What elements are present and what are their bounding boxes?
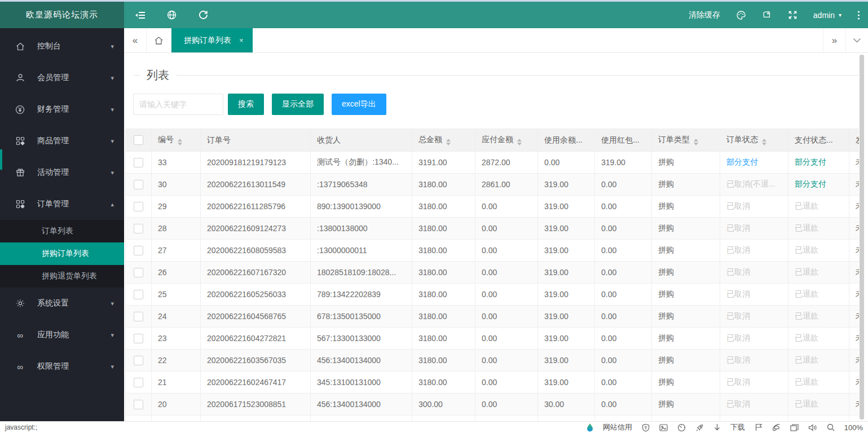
id-value: 26 — [158, 268, 167, 277]
sidebar-item-console[interactable]: 控制台▾ — [0, 30, 124, 62]
type-value: 拼购 — [658, 399, 674, 408]
window-layout-icon[interactable] — [790, 424, 799, 431]
red_packet-value: 0.00 — [601, 202, 616, 211]
row-checkbox[interactable] — [134, 378, 143, 387]
total-value: 3180.00 — [418, 268, 447, 277]
download-arrow-icon[interactable] — [713, 423, 721, 431]
column-header-payable: 应付金额 — [475, 129, 538, 152]
rocket-icon[interactable] — [695, 423, 704, 432]
tabs-menu-button[interactable] — [845, 28, 868, 52]
infinity-icon: ∞ — [15, 331, 25, 339]
sidebar-item-system[interactable]: 系统设置▾ — [0, 288, 124, 319]
sidebar-item-members[interactable]: 会员管理▾ — [0, 62, 124, 94]
refresh-button[interactable] — [187, 2, 219, 28]
yen-icon — [15, 105, 25, 114]
row-checkbox[interactable] — [134, 158, 143, 167]
receiver-value: 890:13900139000 — [317, 202, 381, 211]
speed-gauge-icon[interactable] — [677, 423, 686, 432]
row-checkbox[interactable] — [134, 356, 143, 365]
sidebar-subitem-group-refund-list[interactable]: 拼购退货单列表 — [0, 265, 124, 288]
keyword-input[interactable] — [133, 94, 223, 115]
total-value: 3180.00 — [418, 356, 447, 365]
total-value: 3180.00 — [418, 224, 447, 233]
id-value: 20 — [158, 400, 167, 409]
sidebar-item-finance[interactable]: 财务管理▾ — [0, 94, 124, 125]
sort-icon[interactable] — [694, 139, 698, 145]
speaker-icon[interactable] — [808, 424, 817, 431]
total-value: 3180.00 — [418, 180, 447, 189]
sidebar-subitem-group-order-list[interactable]: 拼购订单列表 — [0, 242, 124, 265]
row-checkbox[interactable] — [134, 224, 143, 233]
language-button[interactable] — [156, 2, 187, 28]
row-checkbox[interactable] — [134, 290, 143, 299]
sort-icon[interactable] — [178, 139, 182, 145]
ie-browser-icon[interactable] — [772, 423, 781, 431]
row-checkbox[interactable] — [134, 246, 143, 255]
shield-icon[interactable] — [642, 423, 650, 432]
search-button[interactable]: 搜索 — [228, 94, 264, 115]
id-value: 29 — [158, 202, 167, 211]
theme-palette-icon[interactable] — [736, 10, 746, 20]
sidebar-subitem-order-list[interactable]: 订单列表 — [0, 220, 124, 242]
sidebar-item-activity[interactable]: 活动管理▾ — [0, 157, 124, 188]
collapse-menu-icon — [135, 11, 146, 20]
sort-icon[interactable] — [762, 139, 766, 145]
sidebar-item-label: 会员管理 — [37, 73, 111, 83]
orders-table: 编号订单号收货人总金额应付金额使用余额...使用红包...订单类型订单状态支付状… — [125, 129, 859, 421]
image-icon[interactable] — [659, 424, 668, 431]
show-all-button[interactable]: 显示全部 — [272, 94, 324, 115]
tabs-scroll-right-button[interactable]: » — [823, 28, 845, 52]
more-menu-icon[interactable] — [857, 10, 860, 20]
excel-export-button[interactable]: excel导出 — [332, 94, 386, 115]
sidebar-item-orders[interactable]: 订单管理▴ — [0, 188, 124, 220]
row-checkbox[interactable] — [134, 180, 143, 189]
payable-value: 0.00 — [482, 312, 497, 321]
id-value: 22 — [158, 356, 167, 365]
row-checkbox[interactable] — [134, 268, 143, 277]
vertical-scrollbar[interactable] — [860, 55, 864, 419]
row-checkbox[interactable] — [134, 334, 143, 343]
row-checkbox[interactable] — [134, 400, 143, 409]
column-header-order_status: 订单状态 — [720, 129, 788, 152]
sidebar-item-permissions[interactable]: ∞权限管理▾ — [0, 351, 124, 382]
table-row: 19202006171522173050890:13900139000300.0… — [126, 416, 860, 422]
sort-icon[interactable] — [517, 139, 522, 145]
gear-icon — [15, 299, 25, 308]
payable-value: 0.00 — [482, 378, 497, 387]
row-checkbox[interactable] — [134, 312, 143, 321]
sidebar-item-label: 控制台 — [37, 41, 111, 51]
sidebar-item-goods[interactable]: 商品管理▾ — [0, 125, 124, 157]
tab-group-order-list[interactable]: 拼购订单列表 × — [171, 28, 253, 52]
caret-down-icon: ▾ — [111, 74, 114, 82]
select-all-checkbox[interactable] — [134, 135, 143, 145]
site-credit-label[interactable]: 网站信用 — [603, 422, 632, 432]
refresh-icon — [199, 10, 208, 20]
receiver-value: :13000000011 — [317, 246, 367, 255]
order_status-value[interactable]: 部分支付 — [726, 157, 758, 166]
collapse-sidebar-button[interactable] — [124, 2, 156, 28]
download-label[interactable]: 下载 — [730, 422, 745, 432]
type-value: 拼购 — [658, 355, 674, 364]
clear-cache-button[interactable]: 清除缓存 — [689, 10, 720, 20]
red_packet-value: 0.00 — [601, 246, 616, 255]
sidebar-item-apps[interactable]: ∞应用功能▾ — [0, 319, 124, 351]
user-menu[interactable]: admin ▾ — [813, 11, 841, 20]
page-title: 列表 — [147, 68, 169, 83]
search-zoom-icon[interactable] — [827, 423, 835, 431]
ship_status-value: 未发货 — [856, 399, 859, 408]
sort-icon[interactable] — [446, 139, 451, 145]
home-tab[interactable] — [147, 28, 171, 52]
pay_status-value: 已退款 — [795, 201, 818, 210]
row-checkbox[interactable] — [134, 202, 143, 211]
close-tab-icon[interactable]: × — [239, 36, 244, 45]
flag-icon[interactable] — [755, 423, 763, 431]
pay_status-value: 已退款 — [795, 223, 818, 232]
order_no-value: 202006221611285796 — [207, 202, 285, 211]
fullscreen-icon[interactable] — [788, 10, 797, 20]
water-drop-icon[interactable] — [587, 423, 593, 432]
caret-down-icon: ▾ — [111, 106, 114, 113]
tag-icon[interactable] — [762, 10, 772, 20]
zoom-level[interactable]: 100% — [844, 423, 863, 432]
column-header-order_no: 订单号 — [201, 129, 311, 152]
tabs-scroll-left-button[interactable]: « — [124, 28, 147, 52]
